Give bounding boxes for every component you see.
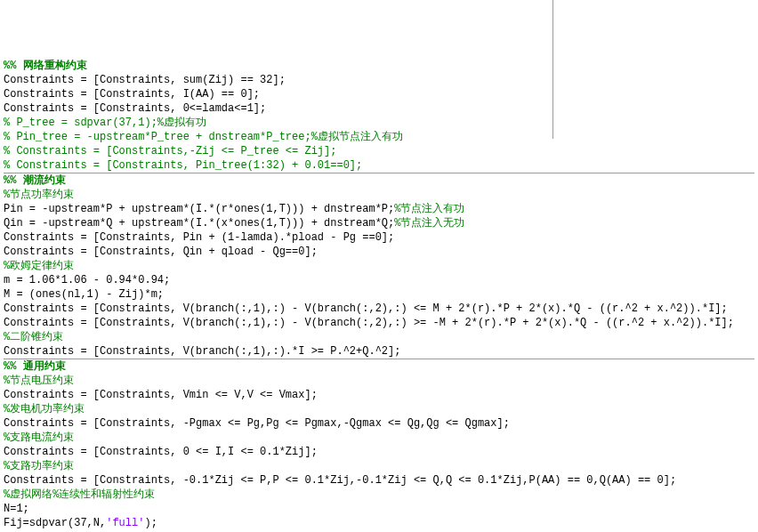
code-span: % Constraints = [Constraints,-Zij <= P_t… [4,145,336,157]
code-span: %节点注入无功 [394,217,464,230]
code-span: Constraints = [Constraints, V(branch(:,1… [4,317,734,329]
code-span: Constraints = [Constraints, sum(Zij) == … [4,74,286,86]
code-line[interactable]: Constraints = [Constraints, Qin + qload … [4,245,754,259]
code-line[interactable]: %发电机功率约束 [4,402,754,416]
code-span: Constraints = [Constraints, V(branch(:,1… [4,345,400,358]
code-span: %支路电流约束 [4,431,74,444]
code-span: Constraints = [Constraints, Pin + (1-lam… [4,231,394,244]
code-span: N=1; [4,503,29,515]
code-line[interactable]: N=1; [4,502,754,516]
code-line[interactable]: Constraints = [Constraints, 0 <= I,I <= … [4,445,754,459]
code-span: %节点注入有功 [394,203,464,215]
code-line[interactable]: %节点电压约束 [4,374,754,388]
code-line[interactable]: Constraints = [Constraints, -0.1*Zij <= … [4,473,754,488]
code-editor[interactable]: %% 网络重构约束Constraints = [Constraints, sum… [0,57,758,532]
code-span: Qin = -upstream*Q + upstream*(I.*(x*ones… [4,217,394,230]
code-span: %二阶锥约束 [4,331,63,343]
code-line[interactable]: % Pin_tree = -upstream*P_tree + dnstream… [4,130,754,144]
code-line[interactable]: %欧姆定律约束 [4,259,754,273]
code-span: Constraints = [Constraints, -0.1*Zij <= … [4,474,676,487]
code-line[interactable]: Qin = -upstream*Q + upstream*(I.*(x*ones… [4,216,754,230]
code-span: Pin = -upstream*P + upstream*(I.*(r*ones… [4,203,394,215]
vertical-divider [552,0,553,139]
code-line[interactable]: Constraints = [Constraints, I(AA) == 0]; [4,87,754,101]
code-span: %发电机功率约束 [4,403,85,415]
code-line[interactable]: Constraints = [Constraints, sum(Zij) == … [4,73,754,87]
code-line[interactable]: Constraints = [Constraints, V(branch(:,1… [4,344,754,359]
code-span: Constraints = [Constraints, 0<=lamda<=1]… [4,102,266,115]
code-span: %虚拟网络%连续性和辐射性约束 [4,488,155,501]
code-line[interactable]: Fij=sdpvar(37,N,'full'); [4,516,754,530]
code-span: Constraints = [Constraints, Qin + qload … [4,246,318,258]
code-span: m = 1.06*1.06 - 0.94*0.94; [4,274,170,286]
code-line[interactable]: % Constraints = [Constraints, Pin_tree(1… [4,158,754,173]
code-span: Constraints = [Constraints, I(AA) == 0]; [4,88,260,101]
code-line[interactable]: Constraints = [Constraints, Vmin <= V,V … [4,388,754,402]
code-line[interactable]: %虚拟网络%连续性和辐射性约束 [4,488,754,502]
code-line[interactable]: %节点功率约束 [4,188,754,202]
code-span: %支路功率约束 [4,460,74,472]
code-line[interactable]: Pin = -upstream*P + upstream*(I.*(r*ones… [4,202,754,216]
code-line[interactable]: Constraints = [Constraints, 0<=lamda<=1]… [4,101,754,116]
code-span: Fij=sdpvar(37,N, [4,517,106,529]
code-span: %欧姆定律约束 [4,260,74,272]
code-line[interactable]: Constraints = [Constraints, V(branch(:,1… [4,316,754,330]
code-span: %节点电压约束 [4,375,74,387]
code-line[interactable]: % P_tree = sdpvar(37,1);%虚拟有功 [4,116,754,130]
code-line[interactable]: %% 通用约束 [4,359,754,374]
code-span: Constraints = [Constraints, 0 <= I,I <= … [4,446,318,458]
code-span: ); [144,517,157,529]
code-line[interactable]: M = (ones(nl,1) - Zij)*m; [4,287,754,302]
code-span: %节点功率约束 [4,189,74,201]
code-span: %% 通用约束 [4,360,66,373]
code-line[interactable]: %% 网络重构约束 [4,59,754,73]
code-line[interactable]: Constraints = [Constraints, -Pgmax <= Pg… [4,416,754,431]
code-span: % Constraints = [Constraints, Pin_tree(1… [4,159,362,172]
code-line[interactable]: %% 潮流约束 [4,173,754,188]
code-span: %% 网络重构约束 [4,60,87,72]
code-line[interactable]: m = 1.06*1.06 - 0.94*0.94; [4,273,754,287]
code-span: 'full' [106,517,144,529]
code-span: Constraints = [Constraints, Vmin <= V,V … [4,389,318,401]
code-span: Constraints = [Constraints, -Pgmax <= Pg… [4,417,510,430]
code-line[interactable]: % Constraints = [Constraints,-Zij <= P_t… [4,144,754,158]
code-line[interactable]: %支路电流约束 [4,431,754,445]
code-line[interactable]: %支路功率约束 [4,459,754,473]
code-line[interactable]: %二阶锥约束 [4,330,754,344]
code-line[interactable]: Constraints = [Constraints, V(branch(:,1… [4,302,754,316]
code-line[interactable]: Constraints = [Constraints, Pin + (1-lam… [4,230,754,245]
code-span: Constraints = [Constraints, V(branch(:,1… [4,302,728,315]
code-span: M = (ones(nl,1) - Zij)*m; [4,288,164,301]
code-span: % Pin_tree = -upstream*P_tree + dnstream… [4,131,403,143]
code-span: %% 潮流约束 [4,174,66,187]
code-span: % P_tree = sdpvar(37,1);%虚拟有功 [4,117,206,129]
